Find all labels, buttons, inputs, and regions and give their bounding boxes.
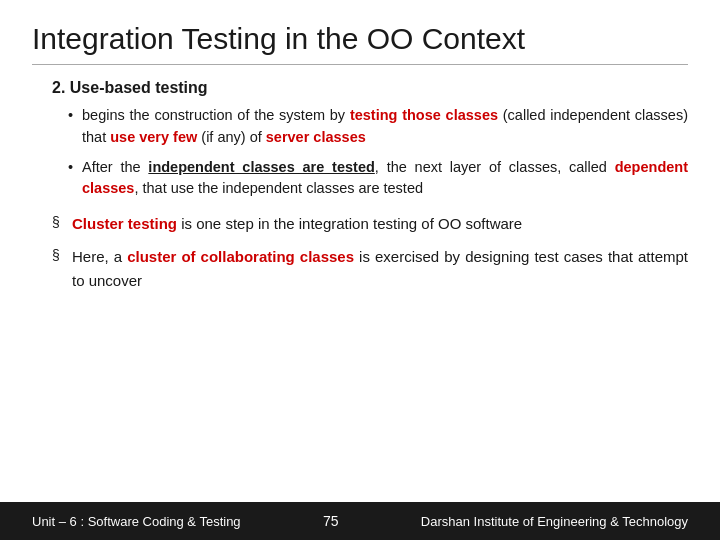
main-content: Integration Testing in the OO Context 2.… [0,0,720,502]
footer-right: Darshan Institute of Engineering & Techn… [421,514,688,529]
slide: Integration Testing in the OO Context 2.… [0,0,720,540]
bullet-item-1: begins the construction of the system by… [68,105,688,149]
footer-center: 75 [323,513,339,529]
footer-left: Unit – 6 : Software Coding & Testing [32,514,241,529]
main-bullets: Cluster testing is one step in the integ… [52,212,688,292]
cluster-testing-label: Cluster testing [72,215,177,232]
bullet-item-2: After the independent classes are tested… [68,157,688,201]
section-title: Use-based testing [70,79,208,96]
bullet-list: begins the construction of the system by… [68,105,688,200]
section-heading: 2. Use-based testing [52,79,688,97]
main-bullet-cluster: Cluster testing is one step in the integ… [52,212,688,235]
highlight-use-very-few: use very few [110,129,197,145]
highlight-testing-classes: testing those classes [350,107,498,123]
highlight-server-classes: server classes [266,129,366,145]
main-bullet-collaborating: Here, a cluster of collaborating classes… [52,245,688,292]
footer: Unit – 6 : Software Coding & Testing 75 … [0,502,720,540]
collaborating-classes-label: cluster of collaborating classes [127,248,354,265]
highlight-independent-classes: independent classes are tested [148,159,374,175]
slide-title: Integration Testing in the OO Context [32,22,688,65]
section-number: 2. [52,79,65,96]
